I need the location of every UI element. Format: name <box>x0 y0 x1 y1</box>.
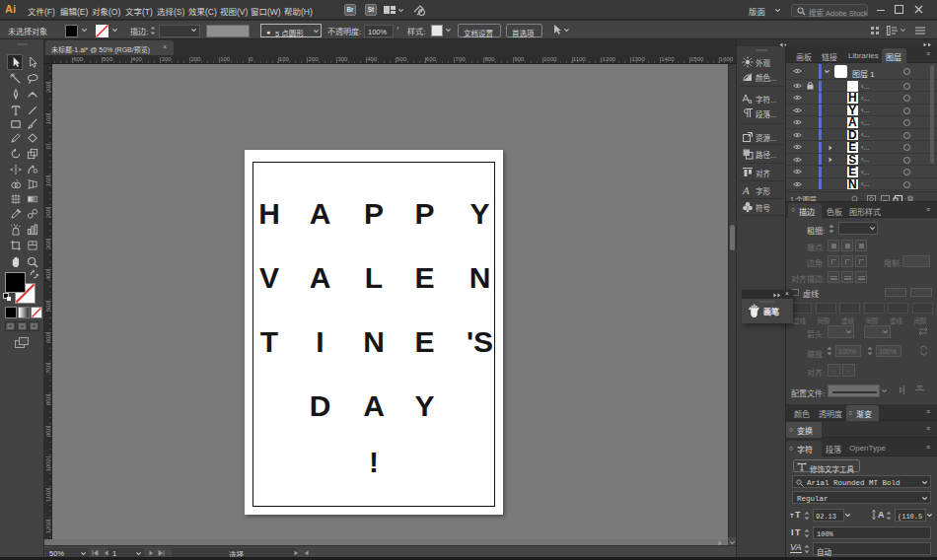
svg-text:A: A <box>742 184 750 196</box>
svg-text:a: a <box>749 98 753 105</box>
